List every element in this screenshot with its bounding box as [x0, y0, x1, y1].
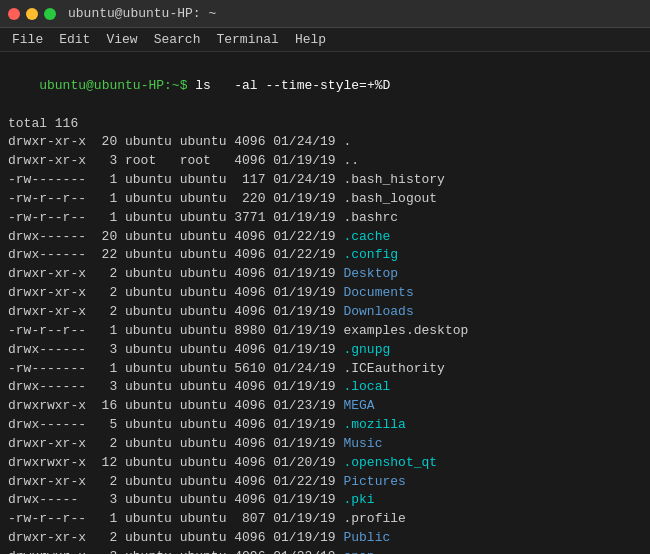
ls-row: -rw-r--r-- 1 ubuntu ubuntu 8980 01/19/19… [8, 322, 642, 341]
command-text: ls -al --time-style=+%D [195, 78, 390, 93]
window-title: ubuntu@ubuntu-HP: ~ [68, 6, 216, 21]
command-line: ubuntu@ubuntu-HP:~$ ls -al --time-style=… [8, 58, 642, 115]
close-button[interactable] [8, 8, 20, 20]
menu-file[interactable]: File [4, 30, 51, 49]
ls-row: drwxr-xr-x 2 ubuntu ubuntu 4096 01/19/19… [8, 303, 642, 322]
menu-edit[interactable]: Edit [51, 30, 98, 49]
terminal-area[interactable]: ubuntu@ubuntu-HP:~$ ls -al --time-style=… [0, 52, 650, 554]
titlebar: ubuntu@ubuntu-HP: ~ [0, 0, 650, 28]
ls-row: drwxr-xr-x 2 ubuntu ubuntu 4096 01/19/19… [8, 265, 642, 284]
ls-row: drwx------ 3 ubuntu ubuntu 4096 01/19/19… [8, 378, 642, 397]
ls-row: drwx------ 5 ubuntu ubuntu 4096 01/19/19… [8, 416, 642, 435]
minimize-button[interactable] [26, 8, 38, 20]
ls-row: drwxr-xr-x 2 ubuntu ubuntu 4096 01/19/19… [8, 529, 642, 548]
ls-row: drwxr-xr-x 2 ubuntu ubuntu 4096 01/19/19… [8, 284, 642, 303]
total-line: total 116 [8, 115, 642, 134]
menu-search[interactable]: Search [146, 30, 209, 49]
menubar: File Edit View Search Terminal Help [0, 28, 650, 52]
ls-row: drwxrwxr-x 16 ubuntu ubuntu 4096 01/23/1… [8, 397, 642, 416]
prompt: ubuntu@ubuntu-HP:~$ [39, 78, 195, 93]
ls-row: drwx----- 3 ubuntu ubuntu 4096 01/19/19 … [8, 491, 642, 510]
ls-row: drwxr-xr-x 3 root root 4096 01/19/19 .. [8, 152, 642, 171]
ls-row: -rw------- 1 ubuntu ubuntu 117 01/24/19 … [8, 171, 642, 190]
ls-output: drwxr-xr-x 20 ubuntu ubuntu 4096 01/24/1… [8, 133, 642, 554]
menu-help[interactable]: Help [287, 30, 334, 49]
window-controls [8, 8, 56, 20]
ls-row: drwxr-xr-x 2 ubuntu ubuntu 4096 01/19/19… [8, 435, 642, 454]
ls-row: drwx------ 20 ubuntu ubuntu 4096 01/22/1… [8, 228, 642, 247]
ls-row: drwxrwxr-x 3 ubuntu ubuntu 4096 01/22/19… [8, 548, 642, 554]
menu-terminal[interactable]: Terminal [208, 30, 286, 49]
ls-row: -rw-r--r-- 1 ubuntu ubuntu 220 01/19/19 … [8, 190, 642, 209]
ls-row: drwx------ 3 ubuntu ubuntu 4096 01/19/19… [8, 341, 642, 360]
maximize-button[interactable] [44, 8, 56, 20]
ls-row: drwxrwxr-x 12 ubuntu ubuntu 4096 01/20/1… [8, 454, 642, 473]
ls-row: drwx------ 22 ubuntu ubuntu 4096 01/22/1… [8, 246, 642, 265]
ls-row: drwxr-xr-x 2 ubuntu ubuntu 4096 01/22/19… [8, 473, 642, 492]
ls-row: drwxr-xr-x 20 ubuntu ubuntu 4096 01/24/1… [8, 133, 642, 152]
ls-row: -rw-r--r-- 1 ubuntu ubuntu 807 01/19/19 … [8, 510, 642, 529]
menu-view[interactable]: View [98, 30, 145, 49]
ls-row: -rw------- 1 ubuntu ubuntu 5610 01/24/19… [8, 360, 642, 379]
ls-row: -rw-r--r-- 1 ubuntu ubuntu 3771 01/19/19… [8, 209, 642, 228]
